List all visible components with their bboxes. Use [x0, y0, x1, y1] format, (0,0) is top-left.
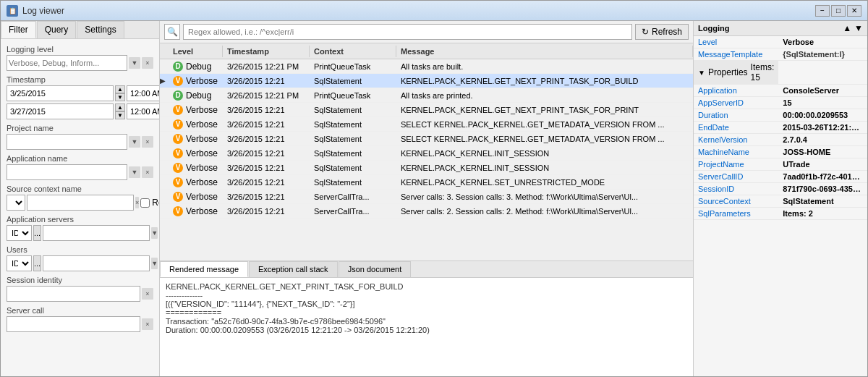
date2-spinners: ▲ ▼ [115, 103, 125, 119]
col-context[interactable]: Context [310, 46, 396, 57]
cell-message: KERNEL.PACK_KERNEL.SET_UNRESTRICTED_MODE [396, 177, 693, 187]
level-icon: V [173, 163, 183, 173]
prop-row: Duration00:00:00.0209553 [694, 109, 867, 122]
prop-item-value: 15 [778, 97, 867, 109]
date2-up[interactable]: ▲ [115, 103, 125, 111]
close-button[interactable]: ✕ [847, 5, 861, 17]
maximize-button[interactable]: □ [831, 5, 846, 17]
level-text: Debug [186, 62, 211, 72]
prop-template-value: {SqlStatement:l} [778, 48, 867, 61]
table-row[interactable]: VVerbose3/26/2015 12:21SqlStatementSELEC… [160, 117, 693, 132]
logging-level-input[interactable] [9, 59, 125, 67]
regex-checkbox[interactable] [140, 198, 150, 208]
users-dropdown[interactable]: ▼ [151, 258, 158, 269]
prop-row-template: MessageTemplate {SqlStatement:l} [694, 48, 867, 61]
source-context-input[interactable] [27, 195, 134, 211]
tab-query[interactable]: Query [37, 21, 77, 38]
date1-down[interactable]: ▼ [115, 93, 125, 101]
regex-label: Regex [140, 198, 159, 208]
app-servers-id-select[interactable]: ID [7, 225, 32, 241]
session-identity-clear[interactable]: × [142, 288, 153, 300]
refresh-button[interactable]: ↻ Refresh [635, 24, 689, 40]
tab-filter[interactable]: Filter [1, 21, 36, 38]
table-row[interactable]: VVerbose3/26/2015 12:21ServerCallTra...S… [160, 190, 693, 204]
app-servers-input[interactable] [43, 225, 150, 241]
prop-item-value: UTrade [778, 158, 867, 171]
col-timestamp[interactable]: Timestamp [223, 46, 310, 57]
table-row[interactable]: VVerbose3/26/2015 12:21SqlStatementKERNE… [160, 103, 693, 117]
prop-level-value: Verbose [778, 36, 867, 48]
prop-item-value: 2.7.0.4 [778, 134, 867, 146]
col-level[interactable]: Level [169, 46, 223, 57]
timestamp-time1[interactable] [127, 85, 159, 101]
bottom-tabs: Rendered message Exception call stack Js… [160, 261, 693, 278]
main-content: Filter Query Settings Logging level ▼ × [1, 21, 867, 376]
server-call-section: Server call × [7, 306, 153, 332]
cell-context: SqlStatement [310, 134, 396, 144]
tab-exception-call-stack[interactable]: Exception call stack [249, 261, 338, 277]
tab-json-document[interactable]: Json document [339, 261, 412, 277]
application-name-dropdown[interactable]: ▼ [129, 166, 140, 178]
table-row[interactable]: VVerbose3/26/2015 12:21SqlStatementSELEC… [160, 132, 693, 146]
application-name-input[interactable] [7, 164, 127, 180]
cell-timestamp: 3/26/2015 12:21 [223, 105, 310, 115]
logging-level-section: Logging level ▼ × [7, 45, 153, 71]
search-icon-button[interactable]: 🔍 [164, 24, 180, 40]
project-name-clear[interactable]: × [142, 136, 153, 148]
prop-row: ServerCallID7aad0f1b-f72c-4014-8... [694, 171, 867, 183]
tab-rendered-message[interactable]: Rendered message [160, 261, 248, 277]
logging-level-clear[interactable]: × [142, 57, 153, 69]
cell-context: PrintQueueTask [310, 62, 396, 72]
table-row[interactable]: ▶VVerbose3/26/2015 12:21SqlStatementKERN… [160, 74, 693, 88]
cell-level: VVerbose [169, 177, 223, 188]
project-name-input[interactable] [7, 134, 127, 150]
table-row[interactable]: VVerbose3/26/2015 12:21ServerCallTra...S… [160, 204, 693, 219]
prop-item-name: Application [694, 85, 778, 97]
date2-down[interactable]: ▼ [115, 111, 125, 119]
level-icon: D [173, 62, 183, 72]
prop-level-name: Level [694, 36, 778, 48]
cell-timestamp: 3/26/2015 12:21 [223, 206, 310, 216]
app-servers-dropdown[interactable]: ▼ [151, 227, 158, 239]
level-icon: V [173, 148, 183, 158]
server-call-input[interactable] [7, 316, 140, 332]
col-message[interactable]: Message [396, 46, 693, 57]
source-context-operator[interactable] [7, 195, 25, 211]
table-row[interactable]: VVerbose3/26/2015 12:21SqlStatementKERNE… [160, 146, 693, 161]
users-id-select[interactable]: ID [7, 255, 32, 271]
minimize-button[interactable]: − [815, 5, 830, 17]
date1-up[interactable]: ▲ [115, 85, 125, 93]
level-text: Verbose [186, 119, 218, 130]
server-call-clear[interactable]: × [142, 318, 153, 330]
properties-collapse-icon[interactable]: ▼ [698, 69, 705, 77]
project-name-dropdown[interactable]: ▼ [129, 136, 140, 148]
table-row[interactable]: VVerbose3/26/2015 12:21SqlStatementKERNE… [160, 175, 693, 190]
users-input[interactable] [43, 255, 150, 271]
table-row[interactable]: DDebug3/26/2015 12:21 PMPrintQueueTaskAl… [160, 88, 693, 103]
tab-settings[interactable]: Settings [77, 21, 124, 38]
table-row[interactable]: DDebug3/26/2015 12:21 PMPrintQueueTaskAl… [160, 59, 693, 74]
logging-level-label: Logging level [7, 45, 153, 54]
prop-item-value: 871f790c-0693-435e-9... [778, 183, 867, 195]
timestamp-date2[interactable] [7, 103, 114, 119]
right-panel-down-arrow[interactable]: ▼ [854, 23, 863, 33]
users-ellipsis[interactable]: ... [33, 255, 41, 271]
prop-item-value: 00:00:00.0209553 [778, 109, 867, 122]
prop-row-level: Level Verbose [694, 36, 867, 48]
level-icon: V [173, 134, 183, 144]
application-name-clear[interactable]: × [142, 166, 153, 178]
prop-section-properties: ▼ Properties Items: 15 [694, 61, 867, 85]
cell-message: SELECT KERNEL.PACK_KERNEL.GET_METADATA_V… [396, 134, 693, 144]
source-context-clear[interactable]: × [135, 197, 139, 208]
timestamp-date1[interactable] [7, 85, 114, 101]
right-panel-up-arrow[interactable]: ▲ [843, 23, 851, 33]
prop-row: SessionID871f790c-0693-435e-9... [694, 183, 867, 195]
session-identity-input[interactable] [7, 286, 140, 302]
logging-level-dropdown[interactable]: ▼ [129, 57, 140, 69]
table-row[interactable]: VVerbose3/26/2015 12:21SqlStatementKERNE… [160, 161, 693, 175]
prop-row: AppServerID15 [694, 97, 867, 109]
timestamp-time2[interactable] [127, 103, 159, 119]
project-name-section: Project name ▼ × [7, 124, 153, 150]
search-input[interactable] [183, 24, 632, 40]
app-servers-ellipsis[interactable]: ... [33, 225, 41, 241]
